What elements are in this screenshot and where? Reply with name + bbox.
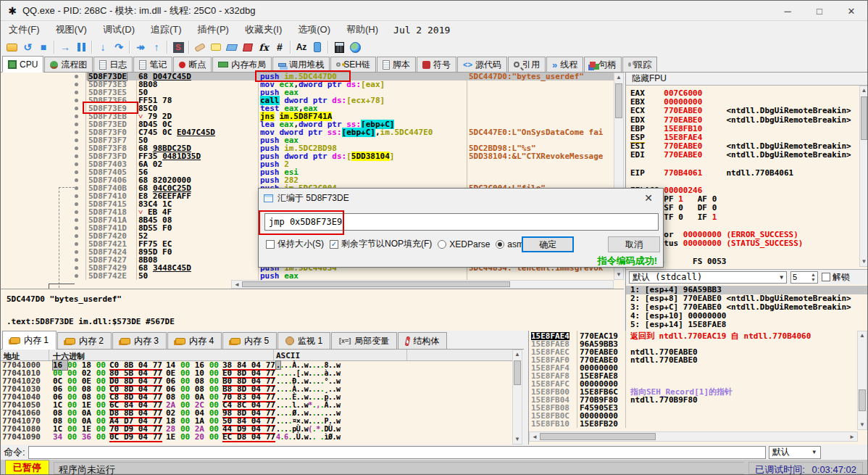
assemble-instruction-input[interactable]: jmp 0x5D8F73E9 bbox=[264, 213, 659, 231]
disasm-hscrollbar[interactable]: ◄ bbox=[231, 280, 614, 289]
step-into-icon[interactable]: ↓ bbox=[95, 40, 111, 54]
stack-row[interactable]: 15E8FB1015E8FB20 bbox=[529, 420, 858, 428]
hide-fpu-toggle[interactable]: 隐藏FPU bbox=[626, 73, 868, 86]
menu-item[interactable]: 收藏夹(I) bbox=[237, 21, 290, 38]
menu-item[interactable]: 帮助(H) bbox=[338, 21, 386, 38]
tab-graph[interactable]: 流程图 bbox=[44, 57, 93, 72]
stack-row[interactable]: 15E8FB0C00000000 bbox=[529, 412, 858, 420]
about-globe-icon[interactable] bbox=[347, 40, 363, 54]
call-arguments[interactable]: 1: [esp+4] 96A59BB32: [esp+8] 770EABE0 <… bbox=[626, 286, 868, 329]
cancel-button[interactable]: 取消 bbox=[608, 236, 660, 252]
tab-trace[interactable]: 跟踪 bbox=[622, 57, 657, 72]
tab-watch-1[interactable]: 监视 1 bbox=[277, 332, 330, 349]
tab-dump-5[interactable]: 内存 5 bbox=[222, 332, 277, 349]
stack-row[interactable]: 15E8FAF400000000 bbox=[529, 364, 858, 372]
breakpoint-dot-icon[interactable] bbox=[75, 91, 78, 94]
registers-vscrollbar[interactable]: ▲ ▼ bbox=[859, 86, 868, 267]
hash-icon[interactable]: # bbox=[272, 40, 288, 54]
register-line[interactable]: EIP 770B4061 ntdll.770B4061 bbox=[630, 169, 851, 178]
breakpoint-dot-icon[interactable] bbox=[75, 194, 78, 198]
calculator-icon[interactable] bbox=[331, 40, 347, 54]
breakpoint-dot-icon[interactable] bbox=[75, 178, 78, 182]
menu-item[interactable]: 插件(P) bbox=[190, 21, 237, 38]
tab-dump-1[interactable]: 内存 1 bbox=[2, 331, 57, 350]
breakpoint-dot-icon[interactable] bbox=[75, 186, 78, 190]
breakpoint-dot-icon[interactable] bbox=[75, 218, 78, 222]
args-depth-stepper[interactable]: 5 ▲▼ bbox=[790, 271, 818, 284]
stop-icon[interactable]: ■ bbox=[36, 40, 51, 54]
tab-call-stack[interactable]: 调用堆栈 bbox=[272, 57, 330, 72]
breakpoint-dot-icon[interactable] bbox=[75, 99, 78, 102]
stack-pane[interactable]: 15E8FAE4770EAC19返回到 ntdll.770EAC19 自 ntd… bbox=[528, 331, 868, 445]
argument-row[interactable]: 5: [esp+14] 15E8FAE8 bbox=[626, 321, 868, 329]
breakpoint-dot-icon[interactable] bbox=[75, 266, 78, 270]
keep-size-checkbox[interactable]: 保持大小(S) bbox=[266, 238, 324, 250]
stack-row[interactable]: 15E8FB08F45905E3 bbox=[529, 404, 858, 412]
memory-dump-rows[interactable]: 7704100016 00 18 00C0 8B 04 7714 00 16 0… bbox=[1, 361, 512, 445]
unlock-checkbox[interactable]: 解锁 bbox=[822, 271, 850, 284]
bookmark-icon[interactable] bbox=[240, 40, 256, 54]
step-out-icon[interactable]: ↑ bbox=[149, 40, 164, 54]
dump-vscrollbar[interactable]: ▲ ▼ bbox=[512, 350, 522, 445]
dump-row[interactable]: 7704109034 00 36 000C D9 04 771E 00 20 0… bbox=[1, 433, 512, 441]
tab-dump-3[interactable]: 内存 3 bbox=[112, 332, 167, 349]
breakpoint-dot-icon[interactable] bbox=[75, 274, 78, 278]
tab-references[interactable]: 引用 bbox=[508, 57, 546, 72]
calling-convention-select[interactable]: 默认 (stdcall) ▼ bbox=[629, 271, 787, 284]
breakpoint-dot-icon[interactable] bbox=[75, 226, 78, 230]
breakpoint-dot-icon[interactable] bbox=[75, 83, 78, 86]
register-line[interactable]: EDI 770EABE0 <ntdll.DbgUiRemoteBreakin> bbox=[630, 151, 851, 160]
xedparse-radio[interactable]: XEDParse bbox=[438, 239, 490, 249]
tab-handles[interactable]: 句柄 bbox=[584, 57, 622, 72]
open-file-icon[interactable] bbox=[4, 40, 20, 54]
tab-threads[interactable]: »线程 bbox=[546, 57, 583, 72]
breakpoint-dot-icon[interactable] bbox=[75, 154, 78, 158]
fill-nop-checkbox[interactable]: ✓ 剩余字节以NOP填充(F) bbox=[330, 238, 432, 250]
breakpoint-dot-icon[interactable] bbox=[75, 170, 78, 174]
breakpoint-dot-icon[interactable] bbox=[75, 210, 78, 214]
tab-notes[interactable]: 笔记 bbox=[133, 57, 172, 72]
breakpoint-dot-icon[interactable] bbox=[75, 131, 78, 134]
tab-script[interactable]: 脚本 bbox=[377, 57, 416, 72]
menu-item[interactable]: 追踪(T) bbox=[143, 21, 190, 38]
breakpoint-dot-icon[interactable] bbox=[75, 139, 78, 142]
breakpoint-dot-icon[interactable] bbox=[75, 107, 78, 110]
attach-device-icon[interactable] bbox=[309, 40, 325, 54]
breakpoint-dot-icon[interactable] bbox=[75, 258, 78, 262]
breakpoint-dot-icon[interactable] bbox=[75, 242, 78, 246]
minimize-button[interactable]: ─ bbox=[772, 1, 804, 21]
command-input[interactable] bbox=[28, 446, 766, 459]
tab-struct[interactable]: 结构体 bbox=[398, 332, 447, 349]
breakpoint-dot-icon[interactable] bbox=[75, 146, 78, 150]
pause-icon[interactable] bbox=[73, 40, 89, 54]
run-to-user-code-icon[interactable]: ↠ bbox=[133, 40, 149, 54]
disasm-row[interactable]: 5D8F742E50push eax bbox=[1, 272, 624, 280]
step-over-icon[interactable]: ↷ bbox=[111, 40, 127, 54]
tab-breakpoints[interactable]: 断点 bbox=[173, 57, 212, 72]
tab-memory-map[interactable]: 内存布局 bbox=[212, 57, 272, 72]
run-icon[interactable]: → bbox=[57, 40, 73, 54]
font-az-icon[interactable]: Az bbox=[293, 40, 309, 54]
stack-row[interactable]: 15E8FAF0770EABE0ntdll.770EABE0 bbox=[529, 356, 858, 364]
breakpoint-dot-icon[interactable] bbox=[75, 115, 78, 118]
ok-button[interactable]: 确定 bbox=[522, 236, 574, 252]
tab-dump-4[interactable]: 内存 4 bbox=[167, 332, 222, 349]
stack-row[interactable]: 15E8FB04770B9F80ntdll.770B9F80 bbox=[529, 396, 858, 404]
stack-hscrollbar[interactable]: ◄ ► bbox=[529, 431, 858, 442]
tab-cpu[interactable]: CPU bbox=[2, 56, 43, 73]
assemble-fx-icon[interactable]: fx bbox=[256, 40, 272, 54]
stack-row[interactable]: 15E8FAE4770EAC19返回到 ntdll.770EAC19 自 ntd… bbox=[529, 332, 858, 340]
breakpoint-dot-icon[interactable] bbox=[75, 162, 78, 166]
stack-vscrollbar[interactable]: ▲ ▼ bbox=[857, 331, 867, 430]
tab-symbols[interactable]: 符号 bbox=[417, 57, 456, 72]
comment-icon[interactable] bbox=[208, 40, 224, 54]
patch-icon[interactable] bbox=[192, 40, 208, 54]
tab-locals[interactable]: [x=]局部变量 bbox=[331, 332, 397, 349]
command-type-select[interactable]: 默认 ▼ bbox=[769, 446, 821, 459]
menu-item[interactable]: 选项(O) bbox=[290, 21, 338, 38]
tab-seh[interactable]: SEH链 bbox=[330, 57, 376, 72]
menu-item[interactable]: 文件(F) bbox=[1, 21, 48, 38]
tab-log[interactable]: 日志 bbox=[93, 57, 133, 72]
menu-item[interactable]: 调试(D) bbox=[95, 21, 143, 38]
stack-row[interactable]: 15E8FAF815E8FAE8 bbox=[529, 372, 858, 380]
